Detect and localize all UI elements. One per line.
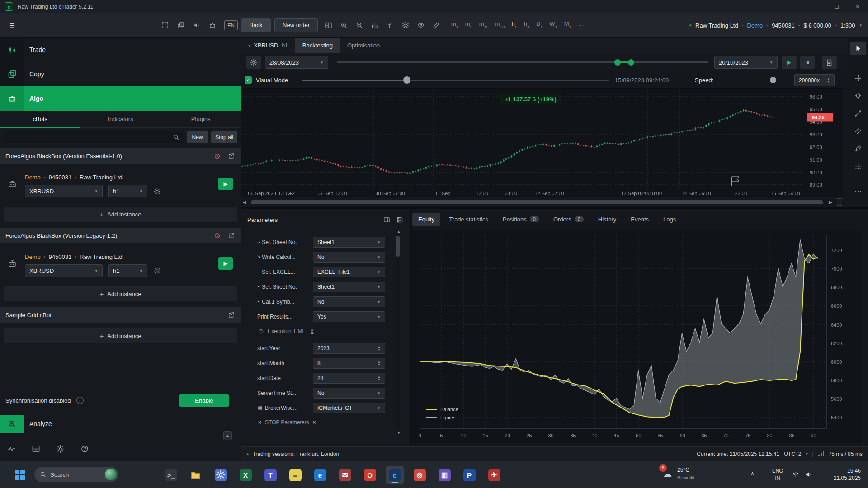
start-backtest-button[interactable]: ▶	[782, 56, 797, 69]
sidebar-nav-trade[interactable]: Trade	[0, 38, 241, 62]
timeframes-more[interactable]: ⋯	[576, 21, 587, 29]
spinner-arrows[interactable]: ▲▼	[377, 375, 381, 381]
parameter-value-spinner[interactable]: 8▲▼	[313, 358, 385, 369]
taskbar-app-analytics[interactable]: ▥	[435, 466, 453, 484]
spinner-arrows[interactable]: ▲▼	[377, 346, 381, 351]
parameter-value-dropdown[interactable]: EXCEL_File1▼	[313, 267, 385, 277]
tick-volume-icon[interactable]	[368, 19, 382, 32]
channel-tool-icon[interactable]	[850, 124, 866, 138]
timeframe-m1[interactable]: m1	[448, 20, 461, 31]
sidebar-tab-indicators[interactable]: Indicators	[80, 111, 161, 127]
parameter-value-dropdown[interactable]: ICMarkets_CT▼	[313, 403, 385, 413]
taskbar-app-browser[interactable]: ◎	[410, 466, 429, 484]
results-tab-logs[interactable]: Logs	[657, 213, 682, 226]
help-icon[interactable]	[79, 443, 90, 455]
cbot-header[interactable]: ForexAlgos BlackBox (Version Essential-1…	[0, 148, 241, 164]
timeframe-W1[interactable]: W1	[547, 20, 560, 31]
speed-value-stepper[interactable]: 200000x ▲▼	[794, 74, 835, 86]
results-tab-history[interactable]: History	[592, 213, 622, 226]
timeframe-h1[interactable]: h1	[509, 20, 519, 31]
add-instance-button[interactable]: +Add instance	[4, 286, 237, 301]
brush-tool-icon[interactable]	[850, 142, 866, 155]
menu-icon[interactable]: ≡	[5, 19, 19, 32]
backtest-settings-button[interactable]	[246, 56, 261, 69]
taskbar-app-edge[interactable]: e	[311, 466, 329, 484]
range-handle-end[interactable]	[628, 59, 634, 66]
sidebar-tab-cbots[interactable]: cBots	[0, 111, 80, 127]
params-scroll-down-icon[interactable]: ▼	[397, 431, 401, 435]
sidebar-nav-algo[interactable]: Algo	[0, 86, 241, 111]
sidebar-nav-copy[interactable]: Copy	[0, 62, 241, 86]
sound-icon[interactable]	[190, 19, 203, 32]
zoom-in-icon[interactable]	[337, 19, 351, 32]
crosshair-tool-icon[interactable]	[850, 71, 866, 85]
taskbar-app-file-explorer[interactable]	[187, 466, 205, 484]
instance-settings-icon[interactable]	[153, 267, 161, 275]
report-button[interactable]	[822, 56, 837, 69]
symbol-select[interactable]: XBRUSD▼	[25, 185, 103, 197]
parameter-value-dropdown[interactable]: Sheet1▼	[313, 282, 385, 292]
taskbar-clock[interactable]: 15:46 21.05.2025	[834, 467, 861, 482]
pointer-tool-icon[interactable]	[850, 42, 866, 55]
taskbar-app-settings-app[interactable]	[212, 466, 230, 484]
add-instance-button[interactable]: +Add instance	[4, 207, 237, 222]
start-cbot-button[interactable]: ▶	[218, 257, 233, 270]
taskbar-app-paypal[interactable]: P	[460, 466, 478, 484]
speed-slider-handle[interactable]	[770, 77, 776, 83]
spinner-arrows[interactable]: ▲▼	[377, 361, 381, 366]
share-icon[interactable]	[228, 232, 235, 239]
taskbar-app-ctrader[interactable]: c	[386, 466, 404, 484]
results-tab-trade-statistics[interactable]: Trade statistics	[443, 213, 494, 226]
tab-backtesting[interactable]: Backtesting	[295, 38, 340, 53]
spinner-arrows[interactable]: ▲▼	[827, 78, 830, 83]
trendline-tool-icon[interactable]	[850, 107, 866, 120]
chart-scrollbar-thumb[interactable]	[251, 200, 823, 204]
cbot-header[interactable]: Sample Grid cBot	[0, 307, 241, 323]
maximize-button[interactable]: □	[826, 0, 847, 13]
date-range-slider[interactable]	[337, 61, 708, 63]
network-icon[interactable]	[792, 471, 799, 478]
scroll-right-icon[interactable]: ▶	[829, 200, 832, 205]
stop-instances-icon[interactable]	[214, 232, 221, 239]
instance-settings-icon[interactable]	[153, 188, 161, 195]
enable-sync-button[interactable]: Enable	[179, 394, 229, 407]
parameter-value-spinner[interactable]: 2023▲▼	[313, 343, 385, 354]
parameter-value-dropdown[interactable]: No▼	[313, 252, 385, 263]
volume-icon[interactable]	[805, 471, 812, 478]
fullscreen-icon[interactable]	[158, 19, 172, 32]
timeframe-h4[interactable]: h4	[521, 20, 532, 31]
taskbar-app-excel[interactable]: X	[236, 466, 255, 484]
params-scrollbar[interactable]	[396, 235, 400, 428]
taskbar-app-notepad[interactable]: ≡	[286, 466, 304, 484]
timeframe-D1[interactable]: D1	[533, 20, 545, 31]
taskbar-app-terminal[interactable]: >_	[162, 466, 180, 484]
playback-progress-handle[interactable]	[403, 76, 410, 84]
start-date-picker[interactable]: 28/08/2023 ▼	[265, 56, 328, 69]
end-date-picker[interactable]: 20/10/2023 ▼	[714, 56, 778, 69]
backtest-candlestick-chart[interactable]	[241, 89, 843, 197]
share-icon[interactable]	[228, 153, 235, 160]
instance-account[interactable]: Demo•9450031•Raw Trading Ltd	[25, 249, 241, 264]
visual-mode-checkbox[interactable]: ✓	[245, 76, 252, 84]
zoom-out-icon[interactable]	[353, 19, 366, 32]
timeframe-m5[interactable]: m5	[462, 20, 475, 31]
taskbar-app-teams[interactable]: T	[261, 466, 279, 484]
info-icon[interactable]: i	[76, 397, 84, 404]
taskbar-app-mail[interactable]: ✉	[336, 466, 354, 484]
close-button[interactable]: ×	[847, 0, 868, 13]
stop-backtest-button[interactable]: ■	[800, 56, 815, 69]
account-selector[interactable]: ●Raw Trading Ltd•Demo•9450031•$ 6 000.00…	[689, 19, 862, 32]
taskbar-search[interactable]: Search	[34, 467, 118, 482]
detach-panel-icon[interactable]	[383, 216, 390, 223]
timeframe-M1[interactable]: M1	[561, 20, 574, 31]
target-tool-icon[interactable]	[850, 89, 866, 103]
sidebar-item-analyze[interactable]: Analyze	[0, 415, 241, 433]
timeframe-select[interactable]: h1▼	[108, 185, 147, 197]
range-handle-start[interactable]	[614, 59, 621, 66]
cbot-header[interactable]: ForexAlgos BlackBox (Version Legacy-1.2)	[0, 228, 241, 243]
minimize-button[interactable]: –	[806, 0, 826, 13]
timeframe-select[interactable]: h1▼	[108, 264, 147, 277]
parameter-value-dropdown[interactable]: No▼	[313, 296, 385, 307]
new-cbot-button[interactable]: New	[187, 131, 208, 143]
results-tab-equity[interactable]: Equity	[412, 213, 440, 226]
